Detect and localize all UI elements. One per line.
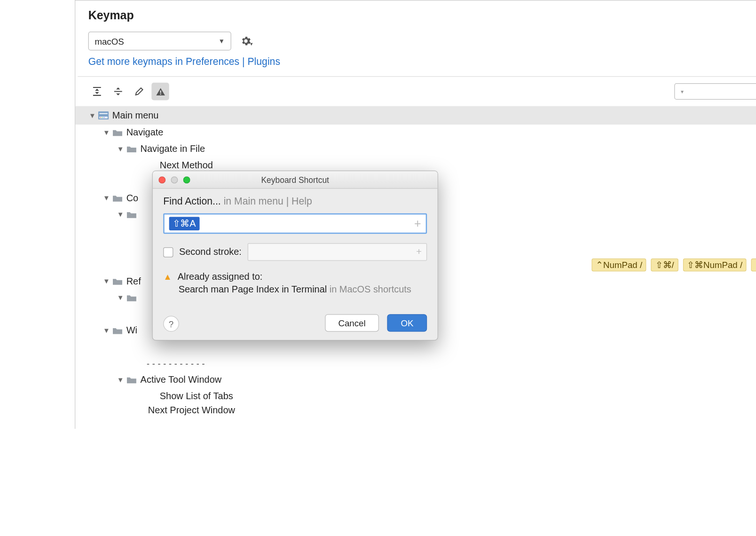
- expand-all-button[interactable]: [88, 83, 106, 100]
- folder-icon: [112, 326, 123, 334]
- plus-icon[interactable]: +: [414, 217, 421, 230]
- plus-icon: +: [416, 247, 422, 257]
- keymap-select-value: macOS: [94, 36, 124, 46]
- tree-item-label: Main menu: [112, 110, 159, 120]
- chevron-down-icon: ▼: [102, 277, 110, 285]
- folder-icon: [126, 210, 137, 218]
- tree-item-active-tool-window[interactable]: ▼ Active Tool Window: [75, 371, 756, 388]
- tree-item-label: Show List of Tabs: [160, 391, 233, 401]
- shortcut-value: ⇧⌘A: [169, 217, 199, 230]
- tree-item-navigate[interactable]: ▼ Navigate: [75, 124, 756, 141]
- folder-icon: [126, 376, 137, 384]
- tree-item-show-tabs[interactable]: Show List of Tabs ⌃↓: [75, 388, 756, 404]
- shortcut-chip: ⇧⌘/: [651, 259, 678, 271]
- chevron-down-icon: ▾: [681, 88, 684, 95]
- chevron-down-icon: ▼: [117, 145, 125, 153]
- breadcrumb-text: in Main menu | Help: [224, 196, 312, 207]
- edit-icon[interactable]: [130, 83, 148, 100]
- help-button[interactable]: ?: [163, 316, 179, 332]
- gear-icon[interactable]: ▾: [238, 33, 255, 49]
- tree-separator: -----------: [75, 355, 756, 371]
- collapse-all-button[interactable]: [110, 83, 127, 100]
- cancel-button[interactable]: Cancel: [325, 314, 379, 331]
- shortcut-chip: ⇧⌘NumPad /: [751, 259, 756, 271]
- page-title: Keymap: [75, 0, 756, 26]
- dialog-titlebar[interactable]: Keyboard Shortcut: [153, 171, 438, 189]
- tree-item-restore-layout[interactable]: ⇧F12: [75, 339, 756, 355]
- svg-rect-1: [160, 93, 161, 94]
- dialog-title: Keyboard Shortcut: [261, 175, 329, 184]
- maximize-icon[interactable]: [183, 176, 190, 183]
- chevron-down-icon: ▼: [88, 111, 96, 119]
- tree-item-next-project-window[interactable]: Next Project Window ⌥⌘`: [75, 404, 756, 416]
- tree-item-label: Next Project Window: [148, 405, 235, 415]
- search-input[interactable]: ▾: [674, 83, 756, 100]
- assigned-context: in MacOS shortcuts: [330, 284, 411, 294]
- folder-icon: [126, 145, 137, 153]
- close-icon[interactable]: [158, 176, 165, 183]
- action-name: Find Action...: [163, 196, 221, 207]
- first-stroke-input[interactable]: ⇧⌘A +: [163, 213, 427, 234]
- second-stroke-label: Second stroke:: [179, 247, 242, 257]
- tree-root[interactable]: ▼ Main menu: [75, 107, 756, 124]
- svg-rect-8: [100, 117, 101, 118]
- svg-rect-9: [102, 117, 102, 118]
- tree-item-navigate-in-file[interactable]: ▼ Navigate in File: [75, 141, 756, 157]
- tree-item-label: Wi: [126, 325, 137, 336]
- tree-item-label: Navigate in File: [141, 143, 205, 154]
- chevron-down-icon: ▼: [117, 210, 125, 218]
- menu-icon: [98, 111, 109, 119]
- chevron-down-icon: ▼: [117, 294, 125, 302]
- minimize-icon: [171, 176, 178, 183]
- chevron-down-icon: ▼: [117, 376, 125, 384]
- svg-rect-10: [103, 117, 104, 118]
- folder-icon: [112, 194, 123, 202]
- ok-button[interactable]: OK: [387, 314, 427, 331]
- svg-rect-0: [160, 90, 161, 93]
- folder-icon: [112, 277, 123, 285]
- shortcut-chip: ⇧⌘NumPad /: [683, 259, 746, 271]
- shortcut-chip: ⌃NumPad /: [591, 259, 646, 271]
- folder-icon: [126, 294, 137, 302]
- tree-item-label: Active Tool Window: [141, 375, 222, 385]
- chevron-down-icon: ▼: [102, 194, 110, 202]
- second-stroke-input: +: [247, 243, 427, 260]
- show-conflicts-button[interactable]: [151, 83, 169, 100]
- assigned-target: Search man Page Index in Terminal: [179, 284, 327, 294]
- keymap-select[interactable]: macOS ▼: [88, 32, 231, 50]
- tree-item-label: Next Method: [160, 160, 213, 170]
- search-field[interactable]: [686, 86, 756, 96]
- keyboard-shortcut-dialog: Keyboard Shortcut Find Action... in Main…: [152, 171, 438, 340]
- chevron-down-icon: ▼: [102, 326, 110, 334]
- chevron-down-icon: ▼: [102, 128, 110, 136]
- svg-rect-6: [99, 113, 107, 114]
- tree-item-label: Ref: [126, 276, 141, 286]
- warning-icon: ▲: [163, 271, 172, 281]
- get-more-keymaps-link[interactable]: Get more keymaps in Preferences | Plugin…: [75, 54, 756, 76]
- tree-item-label: Navigate: [126, 127, 164, 137]
- tree-item-label: Co: [126, 193, 138, 203]
- second-stroke-checkbox[interactable]: [163, 247, 173, 257]
- chevron-down-icon: ▼: [219, 38, 225, 45]
- folder-icon: [112, 128, 123, 136]
- assigned-heading: Already assigned to:: [178, 271, 263, 281]
